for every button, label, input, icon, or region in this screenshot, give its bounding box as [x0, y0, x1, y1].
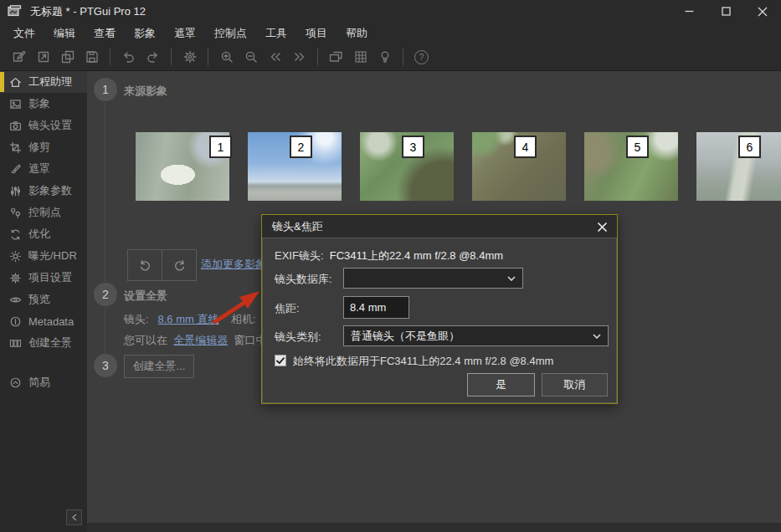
- step1-circle: 1: [94, 78, 117, 101]
- source-image-thumbnail[interactable]: 2: [248, 132, 342, 201]
- focal-length-label: 焦距:: [275, 301, 300, 316]
- dialog-body: EXIF镜头: FC3411上的22.4 mm f/2.8 @8.4mm 镜头数…: [262, 238, 617, 403]
- step2-circle: 2: [94, 283, 117, 306]
- lens-focal-dialog: 镜头&焦距 EXIF镜头: FC3411上的22.4 mm f/2.8 @8.4…: [261, 214, 618, 404]
- sidebar-item-crop[interactable]: 修剪: [0, 136, 87, 158]
- chevron-down-icon: [507, 276, 516, 281]
- image-number-badge: 5: [626, 136, 649, 158]
- lens-type-select[interactable]: 普通镜头（不是鱼眼）: [343, 325, 609, 346]
- sidebar-item-project-settings[interactable]: 项目设置: [0, 267, 87, 289]
- sidebar-item-simple-mode[interactable]: 简易: [0, 371, 87, 393]
- panorama-editor-icon[interactable]: [324, 46, 348, 68]
- exif-lens-row: EXIF镜头: FC3411上的22.4 mm f/2.8 @8.4mm: [275, 248, 503, 263]
- rotate-button-group: [127, 249, 197, 281]
- grid-icon[interactable]: [348, 46, 373, 68]
- lightbulb-icon[interactable]: [373, 46, 397, 68]
- toolbar-separator: [317, 49, 318, 65]
- minimize-button[interactable]: [671, 0, 707, 23]
- menu-project[interactable]: 项目: [296, 23, 337, 43]
- always-use-checkbox[interactable]: [275, 355, 286, 366]
- sidebar-item-optimize[interactable]: 优化: [0, 223, 87, 245]
- source-image-thumbnail[interactable]: 4: [472, 132, 566, 201]
- control-points-icon: [9, 207, 22, 219]
- image-icon: [9, 98, 22, 110]
- focal-length-input[interactable]: [343, 296, 409, 319]
- close-button[interactable]: [744, 0, 781, 23]
- yes-button[interactable]: 是: [467, 373, 535, 396]
- zoom-out-icon[interactable]: [239, 46, 263, 68]
- menu-file[interactable]: 文件: [4, 23, 44, 43]
- lens-link[interactable]: 8.6 mm 直线: [157, 313, 218, 325]
- chevron-up-circle-icon: [9, 376, 22, 389]
- create-panorama-button[interactable]: 创建全景...: [124, 355, 194, 378]
- sidebar-item-mask[interactable]: 遮罩: [0, 158, 87, 180]
- exif-lens-value: FC3411上的22.4 mm f/2.8 @8.4mm: [330, 249, 503, 262]
- toolbar-separator: [171, 49, 172, 65]
- sidebar-item-lens-settings[interactable]: 镜头设置: [0, 115, 87, 136]
- sidebar-item-exposure-hdr[interactable]: 曝光/HDR: [0, 245, 87, 267]
- rotate-cw-button[interactable]: [162, 250, 196, 280]
- optimize-icon: [9, 228, 22, 241]
- eye-icon: [9, 294, 22, 306]
- image-number-badge: 1: [209, 136, 232, 158]
- always-use-label: 始终将此数据用于FC3411上的22.4 mm f/2.8 @8.4mm: [293, 354, 553, 369]
- source-image-thumbnail[interactable]: 5: [584, 132, 678, 201]
- sidebar-item-project-assistant[interactable]: 工程助理: [0, 71, 87, 93]
- menu-mask[interactable]: 遮罩: [165, 23, 205, 43]
- panorama-editor-link[interactable]: 全景编辑器: [173, 334, 228, 346]
- edit-project-icon[interactable]: [7, 46, 31, 68]
- sliders-icon: [9, 185, 22, 197]
- bottom-strip: [87, 523, 781, 532]
- sidebar-item-image-parameters[interactable]: 影象参数: [0, 180, 87, 202]
- brush-icon: [9, 163, 22, 176]
- undo-icon[interactable]: [116, 46, 141, 68]
- title-bar: 无标题 * - PTGui Pro 12: [0, 0, 781, 23]
- menu-control-points[interactable]: 控制点: [205, 23, 256, 43]
- source-image-list: 1 2 3 4 5 6: [136, 132, 781, 201]
- previous-icon[interactable]: [263, 46, 287, 68]
- close-icon: [597, 222, 608, 233]
- info-icon: [9, 315, 22, 328]
- source-image-thumbnail[interactable]: 6: [696, 132, 781, 201]
- next-icon[interactable]: [287, 46, 311, 68]
- chevron-down-icon: [593, 334, 601, 339]
- dialog-title: 镜头&焦距: [272, 219, 323, 234]
- step2-title: 设置全景: [124, 289, 167, 304]
- settings-gear-icon[interactable]: [177, 46, 202, 68]
- help-icon[interactable]: [409, 46, 434, 68]
- menu-help[interactable]: 帮助: [337, 23, 377, 43]
- toolbar: [0, 43, 781, 71]
- menu-edit[interactable]: 编辑: [44, 23, 85, 43]
- sidebar-item-create-panorama[interactable]: 创建全景: [0, 332, 87, 354]
- toolbar-separator: [403, 49, 403, 65]
- panorama-icon: [9, 337, 22, 350]
- source-image-thumbnail[interactable]: 1: [136, 132, 229, 201]
- maximize-button[interactable]: [707, 0, 744, 23]
- sidebar-item-preview[interactable]: 预览: [0, 289, 87, 310]
- image-number-badge: 4: [514, 136, 537, 158]
- lens-database-select[interactable]: [343, 268, 523, 289]
- menu-tools[interactable]: 工具: [256, 23, 296, 43]
- dialog-close-button[interactable]: [595, 220, 609, 233]
- sidebar-collapse-button[interactable]: [66, 509, 82, 525]
- gear-icon: [9, 272, 22, 284]
- sidebar-item-metadata[interactable]: Metadata: [0, 310, 87, 332]
- rotate-ccw-icon: [138, 258, 152, 273]
- sidebar-item-images[interactable]: 影象: [0, 93, 87, 115]
- source-image-thumbnail[interactable]: 3: [360, 132, 454, 201]
- image-number-badge: 2: [290, 136, 312, 158]
- crop-icon: [9, 141, 22, 154]
- cancel-button[interactable]: 取消: [542, 373, 608, 396]
- save-icon[interactable]: [80, 46, 104, 68]
- zoom-in-icon[interactable]: [214, 46, 239, 68]
- home-icon: [9, 76, 22, 89]
- rotate-ccw-button[interactable]: [128, 250, 162, 280]
- menu-images[interactable]: 影象: [125, 23, 165, 43]
- step3-circle: 3: [94, 354, 117, 377]
- menu-view[interactable]: 查看: [85, 23, 125, 43]
- redo-icon[interactable]: [141, 46, 165, 68]
- window-title: 无标题 * - PTGui Pro 12: [30, 4, 146, 19]
- open-icon[interactable]: [31, 46, 55, 68]
- sidebar-item-control-points[interactable]: 控制点: [0, 202, 87, 223]
- duplicate-icon[interactable]: [55, 46, 80, 68]
